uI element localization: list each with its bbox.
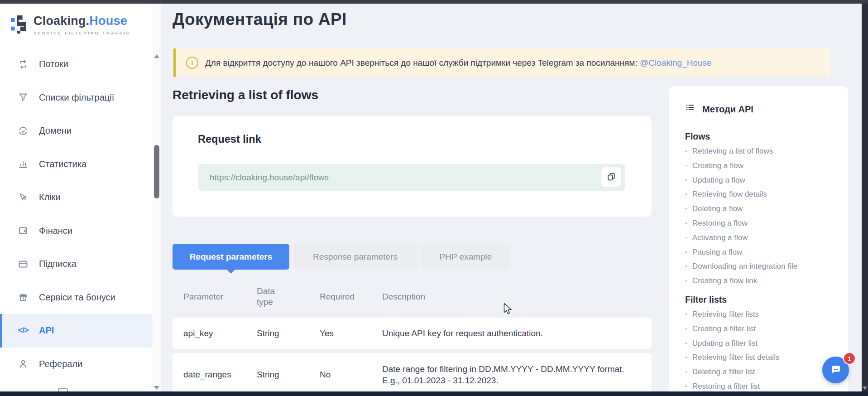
table-row: api_key String Yes Unique API key for re… [173, 318, 652, 349]
sidebar-item-label: API [39, 325, 54, 336]
cell-data-type: String [257, 370, 320, 380]
api-methods-header: Методи API [685, 102, 836, 116]
api-method-link[interactable]: Restoring a flow [685, 216, 836, 231]
notice-text: Для відкриття доступу до нашого API звер… [205, 58, 712, 68]
column-header: Data type [257, 286, 288, 308]
column-header: Description [382, 292, 652, 302]
sidebar-item-label: Кліки [39, 192, 61, 203]
cell-parameter: date_ranges [183, 370, 257, 380]
sidebar-scrollbar[interactable] [153, 4, 161, 391]
scroll-up-icon[interactable] [154, 54, 159, 58]
api-method-link[interactable]: Downloading an integration file [685, 259, 836, 274]
sidebar-item-domains[interactable]: w Домени [0, 114, 153, 148]
sidebar-item-flows[interactable]: Потоки [0, 48, 153, 81]
method-group-heading: Flows [685, 130, 836, 142]
api-access-notice: ! Для відкриття доступу до нашого API зв… [173, 48, 830, 77]
api-method-link[interactable]: Creating a flow [685, 159, 836, 173]
api-methods-panel: Методи API Flows Retrieving a list of fl… [669, 86, 848, 396]
sidebar-item-label: Фінанси [39, 226, 72, 236]
scroll-down-icon[interactable] [863, 386, 867, 390]
copy-button[interactable] [601, 167, 621, 187]
table-row: date_ranges String No Date range for fil… [173, 353, 652, 396]
api-method-link[interactable]: Retrieving filter lists [685, 307, 836, 322]
warning-icon: ! [186, 57, 198, 69]
api-method-link[interactable]: Creating a flow link [685, 274, 836, 288]
brand-text: Cloaking.House SERVICE FILTERING TRAFFIC [34, 14, 130, 35]
card-icon [17, 258, 29, 270]
cell-required: No [320, 370, 382, 380]
tab-php-example[interactable]: PHP example [421, 244, 510, 270]
chat-notification-badge: 1 [843, 352, 856, 365]
api-method-link[interactable]: Deleting a flow [685, 202, 836, 216]
brand-logo[interactable]: Cloaking.House SERVICE FILTERING TRAFFIC [11, 14, 130, 37]
tab-response-parameters[interactable]: Response parameters [293, 244, 417, 270]
sidebar-scrollbar-thumb[interactable] [154, 145, 159, 198]
cursor-click-icon [17, 192, 29, 203]
brand-name: Cloaking.House [34, 14, 130, 28]
sidebar-item-label: Реферали [39, 359, 82, 369]
table-header: Parameter Data type Required Description [173, 279, 652, 315]
cell-data-type: String [257, 328, 320, 338]
sidebar-nav: Потоки Списки фільтрації w Домени Статис… [0, 48, 153, 381]
request-link-card: Request link https://cloaking.house/api/… [173, 116, 652, 217]
request-link-title: Request link [198, 133, 261, 145]
telegram-link[interactable]: @Cloaking_House [640, 58, 712, 68]
sidebar-item-services[interactable]: Сервіси та бонуси [0, 281, 153, 314]
sidebar-item-label: Підписка [39, 259, 77, 269]
sidebar-item-subscription[interactable]: Підписка [0, 247, 153, 281]
sidebar-item-label: Статистика [39, 159, 86, 169]
cell-required: Yes [320, 328, 382, 338]
copy-icon [606, 172, 616, 183]
sidebar-item-api[interactable]: </> API [0, 314, 153, 348]
api-method-link[interactable]: Updating a flow [685, 173, 836, 188]
sidebar-item-label: Списки фільтрації [39, 92, 114, 103]
request-url-field[interactable]: https://cloaking.house/api/flows [198, 164, 625, 191]
api-method-link[interactable]: Deleting a filter list [685, 365, 836, 379]
method-list-flows: Retrieving a list of flows Creating a fl… [685, 144, 836, 288]
sidebar-item-filter-lists[interactable]: Списки фільтрації [0, 81, 153, 115]
person-icon [17, 358, 29, 370]
scroll-down-icon[interactable] [154, 386, 159, 390]
globe-icon: w [17, 125, 29, 137]
code-icon: </> [17, 325, 29, 337]
sidebar-item-referrals[interactable]: Реферали [0, 348, 153, 381]
api-method-link[interactable]: Updating a filter list [685, 336, 836, 351]
api-method-link[interactable]: Retrieving filter list details [685, 350, 836, 365]
api-method-link[interactable]: Activating a flow [685, 231, 836, 245]
sidebar-item-clicks[interactable]: Кліки [0, 181, 153, 214]
api-methods-title: Методи API [702, 102, 753, 116]
method-list-filter-lists: Retrieving filter lists Creating a filte… [685, 307, 836, 394]
sidebar: Cloaking.House SERVICE FILTERING TRAFFIC… [0, 4, 153, 391]
window-scrollbar-track[interactable] [862, 0, 868, 396]
cell-parameter: api_key [183, 328, 257, 338]
flows-icon [17, 58, 29, 70]
sidebar-item-label: Домени [39, 126, 72, 136]
cell-description: Date range for filtering in DD.MM.YYYY -… [382, 363, 652, 386]
sidebar-item-statistics[interactable]: Статистика [0, 148, 153, 181]
sidebar-item-label: Потоки [39, 59, 68, 69]
window-bottom-edge [0, 391, 868, 396]
section-heading: Retrieving a list of flows [173, 88, 318, 102]
api-method-link[interactable]: Creating a filter list [685, 322, 836, 336]
method-group-heading: Filter lists [685, 294, 836, 305]
api-method-link[interactable]: Retrieving a list of flows [685, 144, 836, 159]
api-method-link[interactable]: Retrieving flow details [685, 187, 836, 202]
svg-text:w: w [21, 129, 25, 133]
tab-request-parameters[interactable]: Request parameters [173, 244, 289, 270]
parameter-tabs: Request parameters Response parameters P… [173, 244, 510, 270]
brand-tagline: SERVICE FILTERING TRAFFIC [34, 30, 130, 35]
window-top-edge [0, 0, 868, 4]
wallet-icon [17, 225, 29, 237]
column-header: Required [320, 292, 382, 302]
chat-bubble-icon [829, 362, 843, 377]
api-method-link[interactable]: Pausing a flow [685, 245, 836, 260]
column-header: Parameter [183, 292, 257, 302]
list-icon [685, 102, 695, 116]
sidebar-item-finance[interactable]: Фінанси [0, 214, 153, 248]
page-title: Документація по API [173, 10, 347, 29]
brand-logo-icon [11, 14, 28, 37]
gift-icon [17, 291, 29, 303]
bar-chart-icon [17, 158, 29, 170]
funnel-icon [17, 92, 29, 103]
request-url: https://cloaking.house/api/flows [210, 164, 329, 191]
